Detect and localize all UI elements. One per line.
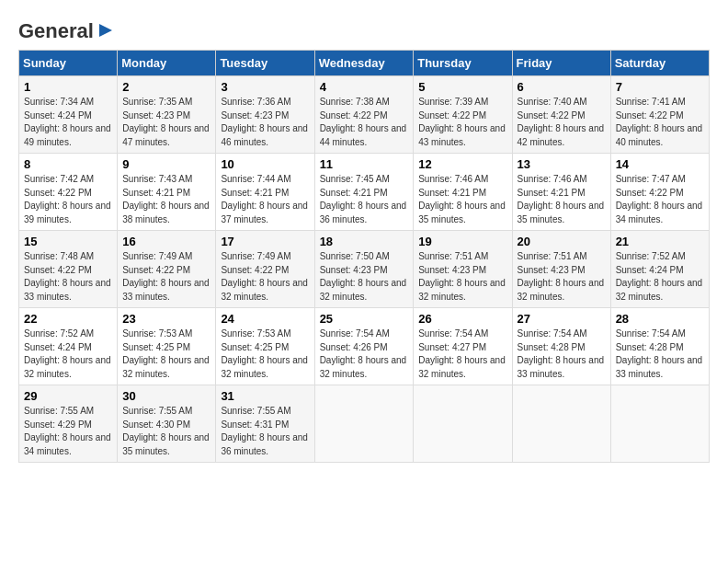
calendar-cell: 8Sunrise: 7:42 AMSunset: 4:22 PMDaylight… [19, 154, 118, 231]
logo-arrow-icon [96, 20, 116, 40]
day-detail: Sunrise: 7:38 AMSunset: 4:22 PMDaylight:… [320, 97, 407, 147]
day-number: 26 [418, 312, 506, 326]
col-header-saturday: Saturday [610, 51, 709, 76]
calendar-cell: 14Sunrise: 7:47 AMSunset: 4:22 PMDayligh… [610, 154, 709, 231]
day-number: 3 [221, 80, 309, 94]
calendar-cell: 4Sunrise: 7:38 AMSunset: 4:22 PMDaylight… [314, 76, 414, 154]
day-detail: Sunrise: 7:54 AMSunset: 4:26 PMDaylight:… [320, 328, 407, 379]
logo: General [18, 18, 116, 40]
day-number: 6 [518, 80, 606, 94]
day-number: 24 [221, 312, 309, 326]
calendar-cell [512, 385, 610, 463]
day-number: 21 [616, 235, 704, 248]
day-number: 28 [616, 312, 704, 326]
calendar-cell: 3Sunrise: 7:36 AMSunset: 4:23 PMDaylight… [216, 76, 314, 154]
day-number: 18 [320, 235, 409, 248]
calendar-cell: 19Sunrise: 7:51 AMSunset: 4:23 PMDayligh… [414, 231, 512, 308]
calendar-cell: 18Sunrise: 7:50 AMSunset: 4:23 PMDayligh… [314, 231, 414, 308]
day-detail: Sunrise: 7:55 AMSunset: 4:29 PMDaylight:… [24, 406, 111, 456]
day-detail: Sunrise: 7:40 AMSunset: 4:22 PMDaylight:… [518, 97, 605, 147]
day-detail: Sunrise: 7:46 AMSunset: 4:21 PMDaylight:… [518, 174, 605, 224]
day-detail: Sunrise: 7:52 AMSunset: 4:24 PMDaylight:… [24, 328, 111, 379]
day-detail: Sunrise: 7:44 AMSunset: 4:21 PMDaylight:… [221, 174, 308, 224]
calendar-cell: 26Sunrise: 7:54 AMSunset: 4:27 PMDayligh… [414, 308, 512, 385]
page-header: General [18, 18, 710, 40]
calendar-cell: 23Sunrise: 7:53 AMSunset: 4:25 PMDayligh… [118, 308, 216, 385]
day-detail: Sunrise: 7:48 AMSunset: 4:22 PMDaylight:… [24, 251, 111, 302]
day-detail: Sunrise: 7:45 AMSunset: 4:21 PMDaylight:… [320, 174, 407, 224]
calendar-cell: 7Sunrise: 7:41 AMSunset: 4:22 PMDaylight… [610, 76, 709, 154]
calendar-cell: 12Sunrise: 7:46 AMSunset: 4:21 PMDayligh… [414, 154, 512, 231]
svg-marker-0 [99, 24, 112, 37]
calendar-cell: 29Sunrise: 7:55 AMSunset: 4:29 PMDayligh… [19, 385, 118, 463]
col-header-wednesday: Wednesday [314, 51, 414, 76]
calendar-cell: 6Sunrise: 7:40 AMSunset: 4:22 PMDaylight… [512, 76, 610, 154]
calendar-cell: 5Sunrise: 7:39 AMSunset: 4:22 PMDaylight… [414, 76, 512, 154]
calendar-cell: 25Sunrise: 7:54 AMSunset: 4:26 PMDayligh… [314, 308, 414, 385]
day-number: 25 [320, 312, 409, 326]
day-detail: Sunrise: 7:54 AMSunset: 4:28 PMDaylight:… [616, 328, 703, 379]
day-number: 15 [24, 235, 112, 248]
day-detail: Sunrise: 7:50 AMSunset: 4:23 PMDaylight:… [320, 251, 407, 302]
day-number: 16 [122, 235, 210, 248]
day-detail: Sunrise: 7:52 AMSunset: 4:24 PMDaylight:… [616, 251, 703, 302]
calendar-cell: 11Sunrise: 7:45 AMSunset: 4:21 PMDayligh… [314, 154, 414, 231]
day-detail: Sunrise: 7:34 AMSunset: 4:24 PMDaylight:… [24, 97, 111, 147]
day-detail: Sunrise: 7:46 AMSunset: 4:21 PMDaylight:… [418, 174, 506, 224]
day-detail: Sunrise: 7:55 AMSunset: 4:30 PMDaylight:… [122, 406, 210, 456]
day-number: 20 [518, 235, 606, 248]
day-number: 31 [221, 389, 309, 403]
day-number: 14 [616, 157, 704, 171]
calendar-cell: 17Sunrise: 7:49 AMSunset: 4:22 PMDayligh… [216, 231, 314, 308]
day-number: 9 [122, 157, 210, 171]
day-detail: Sunrise: 7:35 AMSunset: 4:23 PMDaylight:… [122, 97, 210, 147]
day-detail: Sunrise: 7:43 AMSunset: 4:21 PMDaylight:… [122, 174, 210, 224]
calendar-table: SundayMondayTuesdayWednesdayThursdayFrid… [18, 50, 710, 463]
day-detail: Sunrise: 7:41 AMSunset: 4:22 PMDaylight:… [616, 97, 703, 147]
calendar-cell: 16Sunrise: 7:49 AMSunset: 4:22 PMDayligh… [118, 231, 216, 308]
calendar-cell: 9Sunrise: 7:43 AMSunset: 4:21 PMDaylight… [118, 154, 216, 231]
logo-general: General [18, 19, 94, 42]
day-number: 2 [122, 80, 210, 94]
col-header-thursday: Thursday [414, 51, 512, 76]
day-number: 29 [24, 389, 112, 403]
day-number: 11 [320, 157, 409, 171]
day-number: 10 [221, 157, 309, 171]
day-detail: Sunrise: 7:54 AMSunset: 4:28 PMDaylight:… [518, 328, 605, 379]
day-number: 13 [518, 157, 606, 171]
day-number: 5 [418, 80, 506, 94]
calendar-cell: 30Sunrise: 7:55 AMSunset: 4:30 PMDayligh… [118, 385, 216, 463]
day-detail: Sunrise: 7:55 AMSunset: 4:31 PMDaylight:… [221, 406, 308, 456]
calendar-cell: 20Sunrise: 7:51 AMSunset: 4:23 PMDayligh… [512, 231, 610, 308]
calendar-cell [314, 385, 414, 463]
day-number: 8 [24, 157, 112, 171]
day-number: 17 [221, 235, 309, 248]
day-detail: Sunrise: 7:49 AMSunset: 4:22 PMDaylight:… [122, 251, 210, 302]
calendar-cell: 21Sunrise: 7:52 AMSunset: 4:24 PMDayligh… [610, 231, 709, 308]
day-detail: Sunrise: 7:51 AMSunset: 4:23 PMDaylight:… [418, 251, 506, 302]
calendar-cell: 10Sunrise: 7:44 AMSunset: 4:21 PMDayligh… [216, 154, 314, 231]
day-number: 7 [616, 80, 704, 94]
col-header-tuesday: Tuesday [216, 51, 314, 76]
col-header-sunday: Sunday [19, 51, 118, 76]
calendar-cell: 28Sunrise: 7:54 AMSunset: 4:28 PMDayligh… [610, 308, 709, 385]
day-detail: Sunrise: 7:42 AMSunset: 4:22 PMDaylight:… [24, 174, 111, 224]
day-detail: Sunrise: 7:49 AMSunset: 4:22 PMDaylight:… [221, 251, 308, 302]
col-header-monday: Monday [118, 51, 216, 76]
day-number: 27 [518, 312, 606, 326]
day-detail: Sunrise: 7:36 AMSunset: 4:23 PMDaylight:… [221, 97, 308, 147]
calendar-cell: 27Sunrise: 7:54 AMSunset: 4:28 PMDayligh… [512, 308, 610, 385]
calendar-header: SundayMondayTuesdayWednesdayThursdayFrid… [19, 51, 710, 76]
day-number: 19 [418, 235, 506, 248]
calendar-cell: 31Sunrise: 7:55 AMSunset: 4:31 PMDayligh… [216, 385, 314, 463]
day-detail: Sunrise: 7:53 AMSunset: 4:25 PMDaylight:… [122, 328, 210, 379]
calendar-cell: 13Sunrise: 7:46 AMSunset: 4:21 PMDayligh… [512, 154, 610, 231]
calendar-cell [610, 385, 709, 463]
day-detail: Sunrise: 7:51 AMSunset: 4:23 PMDaylight:… [518, 251, 605, 302]
day-detail: Sunrise: 7:39 AMSunset: 4:22 PMDaylight:… [418, 97, 506, 147]
day-number: 12 [418, 157, 506, 171]
day-number: 30 [122, 389, 210, 403]
day-number: 22 [24, 312, 112, 326]
day-detail: Sunrise: 7:54 AMSunset: 4:27 PMDaylight:… [418, 328, 506, 379]
day-detail: Sunrise: 7:47 AMSunset: 4:22 PMDaylight:… [616, 174, 703, 224]
